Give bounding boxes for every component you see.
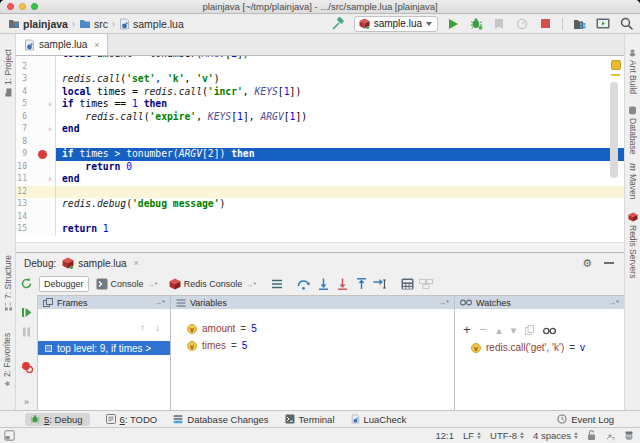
code-line-7[interactable]: 7∧end	[16, 123, 624, 136]
step-out-icon[interactable]	[353, 276, 369, 292]
tab-console[interactable]: Console →*	[92, 276, 162, 292]
code-line-15[interactable]: 15return 1	[16, 223, 624, 236]
gutter-line-12[interactable]: 12	[16, 186, 56, 199]
evaluate-expression-icon[interactable]	[399, 276, 415, 292]
code-line-2[interactable]: 2	[16, 61, 624, 74]
debug-button[interactable]	[468, 16, 484, 32]
breadcrumb-src[interactable]: src	[79, 18, 108, 30]
settings-layout-icon[interactable]	[418, 276, 434, 292]
gutter-line-7[interactable]: 7∧	[16, 123, 56, 136]
attach-to-process-icon[interactable]	[572, 16, 588, 32]
gutter-line-9[interactable]: 9	[16, 148, 56, 161]
build-hammer-icon[interactable]	[331, 16, 347, 32]
toolwindow-redis-servers-button[interactable]: Redis Servers	[628, 212, 638, 278]
debug-session-tab[interactable]: sample.lua ×	[62, 257, 139, 269]
fold-marker-icon[interactable]: ∧	[46, 173, 54, 186]
line-separator-select[interactable]: LF	[463, 430, 481, 441]
readonly-lock-icon[interactable]	[587, 430, 596, 441]
layout-menu-icon[interactable]	[269, 276, 285, 292]
close-session-icon[interactable]: ×	[134, 258, 139, 268]
code-editor[interactable]: 1local amount = tonumber(ARGV[2])23redis…	[16, 56, 624, 252]
code-line-13[interactable]: 13redis.debug('debug message')	[16, 198, 624, 211]
add-watch-icon[interactable]: +	[463, 325, 471, 335]
step-into-icon[interactable]	[315, 276, 331, 292]
event-log-button[interactable]: Event Log	[557, 414, 614, 425]
stop-button[interactable]	[537, 16, 553, 32]
pause-icon[interactable]	[22, 327, 31, 337]
view-breakpoints-icon[interactable]	[21, 361, 33, 373]
gutter-line-4[interactable]: 4	[16, 86, 56, 99]
code-line-4[interactable]: 4local times = redis.call('incr', KEYS[1…	[16, 86, 624, 99]
breakpoint-icon[interactable]	[38, 150, 47, 159]
search-everywhere-icon[interactable]	[618, 16, 634, 32]
toolwindow-maven-button[interactable]: m Maven	[628, 163, 638, 200]
editor-scrollbar[interactable]	[610, 82, 618, 178]
remove-watch-icon[interactable]: −	[480, 325, 488, 335]
watches-panel-header[interactable]: Watches →*	[455, 296, 624, 309]
code-line-12[interactable]: 12	[16, 186, 624, 199]
toolwindow-ant-build-button[interactable]: Ant Build	[628, 48, 638, 94]
encoding-select[interactable]: UTF-8	[490, 430, 524, 441]
force-step-into-icon[interactable]	[334, 276, 350, 292]
gutter-line-14[interactable]: 14	[16, 211, 56, 224]
frame-up-icon[interactable]: ↑	[140, 322, 145, 333]
toolwindow-quick-access-icon[interactable]	[4, 430, 15, 441]
frames-panel-header[interactable]: Frames →*	[38, 296, 170, 309]
warning-stripe-mark[interactable]	[611, 74, 620, 76]
code-line-8[interactable]: 8	[16, 136, 624, 149]
move-watch-up-icon[interactable]: ▴	[496, 325, 502, 335]
code-line-5[interactable]: 5∨if times == 1 then	[16, 98, 624, 111]
code-line-3[interactable]: 3redis.call('set', 'k', 'v')	[16, 73, 624, 86]
run-button[interactable]	[445, 16, 461, 32]
code-line-6[interactable]: 6 redis.call('expire', KEYS[1], ARGV[1])	[16, 111, 624, 124]
toolwindow-terminal-button[interactable]: Terminal	[285, 414, 335, 425]
rerun-icon[interactable]	[20, 277, 33, 290]
gutter-line-13[interactable]: 13	[16, 198, 56, 211]
running-processes-icon[interactable]	[595, 16, 611, 32]
close-tab-icon[interactable]: ×	[94, 40, 99, 50]
settings-gear-icon[interactable]: ⚙	[582, 258, 592, 268]
gutter-line-10[interactable]: 10	[16, 161, 56, 174]
frame-down-icon[interactable]: ↓	[155, 322, 160, 333]
indent-select[interactable]: 4 spaces	[533, 430, 578, 441]
watches-glasses-icon[interactable]	[543, 327, 556, 335]
code-line-14[interactable]: 14	[16, 211, 624, 224]
gutter-line-6[interactable]: 6	[16, 111, 56, 124]
toolwindow-todo-button[interactable]: 6: TODO	[106, 414, 158, 425]
step-over-icon[interactable]	[296, 276, 312, 292]
toolwindow-structure-button[interactable]: 7: Structure	[3, 255, 13, 311]
profiler-icon[interactable]	[514, 16, 530, 32]
copy-watch-icon[interactable]	[525, 325, 534, 335]
run-with-coverage-icon[interactable]	[491, 16, 507, 32]
variables-panel-header[interactable]: Variables →*	[171, 296, 454, 309]
fold-marker-icon[interactable]: ∨	[46, 98, 54, 111]
editor-tab-sample-lua[interactable]: sample.lua ×	[16, 34, 108, 55]
tab-debugger[interactable]: Debugger	[39, 276, 89, 292]
variable-row[interactable]: v amount = 5	[187, 323, 454, 334]
panel-pin-icon[interactable]: →*	[154, 298, 165, 307]
move-watch-down-icon[interactable]: ▾	[511, 325, 517, 335]
resume-icon[interactable]	[21, 307, 32, 318]
code-line-11[interactable]: 11∧end	[16, 173, 624, 186]
tab-redis-console[interactable]: Redis Console →*	[165, 276, 261, 292]
hector-inspections-icon[interactable]	[624, 430, 634, 441]
toolwindow-luacheck-button[interactable]: LuaCheck	[351, 414, 407, 425]
caret-position[interactable]: 12:1	[435, 430, 454, 441]
toolwindow-database-button[interactable]: Database	[628, 106, 638, 154]
breadcrumb-project[interactable]: plainjava	[8, 18, 68, 30]
selected-frame-row[interactable]: top level: 9, if times >	[38, 341, 170, 355]
toolwindow-project-button[interactable]: 1: Project	[3, 49, 13, 97]
fold-marker-icon[interactable]: ∧	[46, 123, 54, 136]
variable-row[interactable]: v times = 5	[187, 340, 454, 351]
gutter-line-2[interactable]: 2	[16, 61, 56, 74]
code-line-9[interactable]: 9if times > tonumber(ARGV[2]) then	[16, 148, 624, 161]
gutter-line-15[interactable]: 15	[16, 223, 56, 236]
code-line-10[interactable]: 10 return 0	[16, 161, 624, 174]
watch-row[interactable]: v redis.call('get', 'k') = v	[471, 342, 624, 353]
dnd-hint-icon[interactable]: ?	[605, 431, 615, 441]
gutter-line-5[interactable]: 5∨	[16, 98, 56, 111]
hide-toolwindow-icon[interactable]	[604, 262, 614, 264]
gutter-line-8[interactable]: 8	[16, 136, 56, 149]
editor-hscroll-area[interactable]	[16, 242, 624, 252]
gutter-line-11[interactable]: 11∧	[16, 173, 56, 186]
